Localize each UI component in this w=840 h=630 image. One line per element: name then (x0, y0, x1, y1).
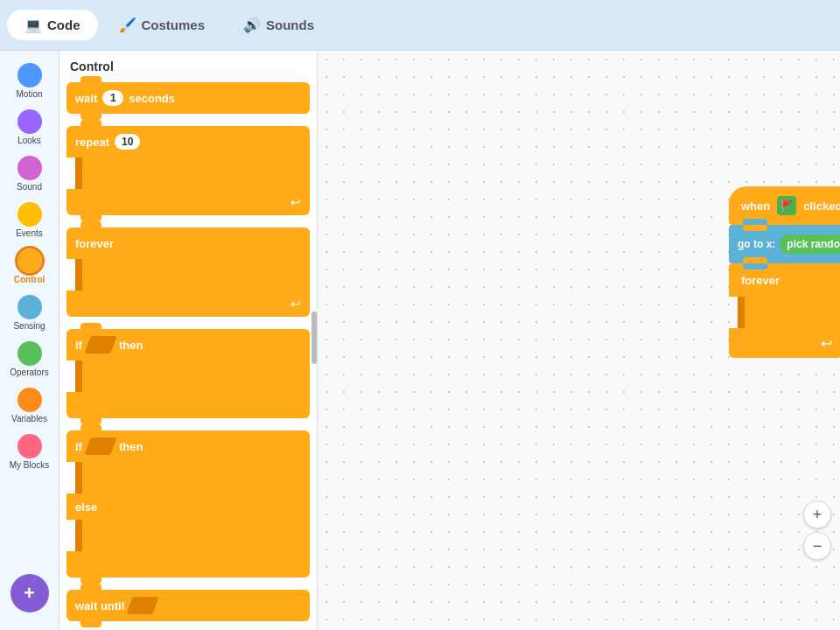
zoom-in-button[interactable]: + (803, 500, 831, 528)
sidebar-item-motion[interactable]: Motion (2, 60, 58, 102)
sensing-dot (18, 295, 42, 319)
canvas-forever-label: forever (741, 274, 780, 287)
sidebar-item-control[interactable]: Control (2, 245, 58, 288)
canvas-block-group[interactable]: when 🚩 clicked go to x: pick random -206 (729, 186, 840, 358)
wait-until-block[interactable]: wait until (66, 590, 310, 621)
if2-condition-input[interactable] (84, 438, 116, 455)
tab-code-label: Code (47, 18, 80, 32)
variables-dot (18, 388, 42, 412)
if-label: if (75, 339, 82, 352)
add-block-button[interactable]: + (10, 574, 49, 612)
when-label: when (741, 200, 770, 213)
if-then-else-block[interactable]: if then else (66, 430, 310, 578)
tab-costumes[interactable]: 🖌️ Costumes (102, 10, 223, 40)
seconds-label: seconds (129, 92, 175, 105)
sidebar-item-operators[interactable]: Operators (2, 338, 58, 381)
flag-icon: 🚩 (777, 196, 796, 215)
forever-block-arrow: ↩ (821, 335, 832, 352)
zoom-out-button[interactable]: − (803, 532, 831, 560)
wait-until-input[interactable] (127, 597, 159, 614)
operators-dot (18, 341, 42, 366)
if-then-block[interactable]: if then (66, 329, 310, 418)
sidebar-item-events[interactable]: Events (2, 199, 58, 242)
events-label: Events (16, 228, 43, 238)
code-canvas[interactable]: when 🚩 clicked go to x: pick random -206 (318, 51, 840, 630)
sidebar-item-myblocks[interactable]: My Blocks (2, 430, 58, 473)
pick-random-x-label: pick random (787, 238, 840, 250)
main-layout: Motion Looks Sound Events Control Sensin… (0, 51, 840, 630)
operators-label: Operators (10, 368, 48, 377)
sidebar: Motion Looks Sound Events Control Sensin… (0, 51, 60, 630)
sensing-label: Sensing (13, 321, 45, 331)
sound-label: Sound (17, 182, 42, 192)
repeat-input[interactable]: 10 (115, 134, 140, 150)
then-label: then (119, 339, 143, 352)
add-icon: + (24, 582, 35, 605)
wait-input[interactable]: 1 (102, 90, 123, 106)
variables-label: Variables (11, 414, 47, 424)
myblocks-dot (18, 434, 42, 458)
myblocks-label: My Blocks (10, 460, 50, 470)
control-label: Control (14, 275, 46, 284)
sidebar-item-variables[interactable]: Variables (2, 384, 58, 427)
tab-bar: 💻 Code 🖌️ Costumes 🔊 Sounds (0, 0, 840, 51)
block-palette: Control wait 1 seconds repeat 1 (60, 51, 318, 630)
canvas-forever-block[interactable]: forever ↩ (729, 263, 840, 358)
repeat-arrow: ↩ (290, 195, 301, 209)
events-dot (18, 202, 42, 227)
forever-arrow: ↩ (290, 297, 301, 311)
sounds-icon: 🔊 (243, 17, 261, 33)
zoom-controls: + − (803, 500, 831, 560)
goto-label: go to x: (738, 238, 775, 250)
tab-sounds-label: Sounds (266, 18, 314, 32)
sound-dot (18, 156, 42, 180)
tab-sounds[interactable]: 🔊 Sounds (226, 10, 332, 40)
wait-until-label: wait until (75, 599, 124, 612)
clicked-label: clicked (803, 200, 840, 213)
control-dot (18, 248, 42, 273)
tab-costumes-label: Costumes (142, 18, 206, 32)
pick-random-x-block[interactable]: pick random -206 to 237 (780, 234, 840, 254)
wait-block[interactable]: wait 1 seconds (66, 82, 310, 114)
sidebar-item-looks[interactable]: Looks (2, 106, 58, 149)
looks-dot (18, 109, 42, 134)
then2-label: then (119, 440, 143, 453)
tab-code[interactable]: 💻 Code (7, 10, 98, 40)
wait-label: wait (75, 92, 97, 105)
costumes-icon: 🖌️ (119, 17, 136, 33)
if-condition-input[interactable] (84, 336, 116, 354)
code-icon: 💻 (24, 17, 42, 33)
sidebar-item-sound[interactable]: Sound (2, 152, 58, 195)
else-label: else (75, 500, 97, 514)
repeat-block[interactable]: repeat 10 ↩ (66, 126, 310, 215)
palette-title: Control (66, 60, 310, 74)
sidebar-item-sensing[interactable]: Sensing (2, 291, 58, 334)
motion-dot (18, 63, 42, 88)
if2-label: if (75, 440, 82, 453)
forever-label: forever (75, 237, 114, 250)
looks-label: Looks (18, 136, 41, 145)
repeat-label: repeat (75, 136, 109, 149)
palette-scrollbar[interactable] (312, 312, 317, 364)
motion-label: Motion (16, 89, 42, 99)
forever-block[interactable]: forever ↩ (66, 228, 310, 317)
